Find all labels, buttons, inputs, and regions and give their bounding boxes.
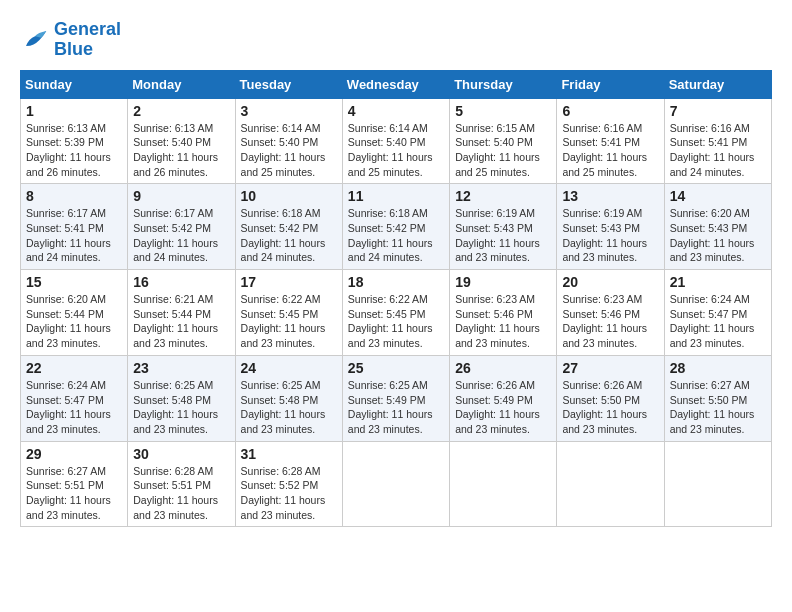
calendar-cell: 26 Sunrise: 6:26 AMSunset: 5:49 PMDaylig… bbox=[450, 355, 557, 441]
calendar-week-row: 15 Sunrise: 6:20 AMSunset: 5:44 PMDaylig… bbox=[21, 270, 772, 356]
calendar-week-row: 8 Sunrise: 6:17 AMSunset: 5:41 PMDayligh… bbox=[21, 184, 772, 270]
calendar-cell: 31 Sunrise: 6:28 AMSunset: 5:52 PMDaylig… bbox=[235, 441, 342, 527]
calendar-cell: 5 Sunrise: 6:15 AMSunset: 5:40 PMDayligh… bbox=[450, 98, 557, 184]
day-info: Sunrise: 6:19 AMSunset: 5:43 PMDaylight:… bbox=[562, 207, 647, 263]
calendar-cell: 20 Sunrise: 6:23 AMSunset: 5:46 PMDaylig… bbox=[557, 270, 664, 356]
day-number: 22 bbox=[26, 360, 122, 376]
day-number: 25 bbox=[348, 360, 444, 376]
calendar-cell bbox=[342, 441, 449, 527]
day-info: Sunrise: 6:28 AMSunset: 5:52 PMDaylight:… bbox=[241, 465, 326, 521]
day-number: 27 bbox=[562, 360, 658, 376]
weekday-header: Wednesday bbox=[342, 70, 449, 98]
day-number: 9 bbox=[133, 188, 229, 204]
day-info: Sunrise: 6:22 AMSunset: 5:45 PMDaylight:… bbox=[348, 293, 433, 349]
day-info: Sunrise: 6:26 AMSunset: 5:50 PMDaylight:… bbox=[562, 379, 647, 435]
calendar-cell: 3 Sunrise: 6:14 AMSunset: 5:40 PMDayligh… bbox=[235, 98, 342, 184]
calendar-cell bbox=[450, 441, 557, 527]
day-number: 29 bbox=[26, 446, 122, 462]
weekday-header: Friday bbox=[557, 70, 664, 98]
day-info: Sunrise: 6:13 AMSunset: 5:40 PMDaylight:… bbox=[133, 122, 218, 178]
calendar-table: SundayMondayTuesdayWednesdayThursdayFrid… bbox=[20, 70, 772, 528]
calendar-week-row: 1 Sunrise: 6:13 AMSunset: 5:39 PMDayligh… bbox=[21, 98, 772, 184]
calendar-cell: 9 Sunrise: 6:17 AMSunset: 5:42 PMDayligh… bbox=[128, 184, 235, 270]
calendar-cell: 16 Sunrise: 6:21 AMSunset: 5:44 PMDaylig… bbox=[128, 270, 235, 356]
day-info: Sunrise: 6:20 AMSunset: 5:43 PMDaylight:… bbox=[670, 207, 755, 263]
calendar-cell bbox=[557, 441, 664, 527]
day-number: 26 bbox=[455, 360, 551, 376]
calendar-cell: 1 Sunrise: 6:13 AMSunset: 5:39 PMDayligh… bbox=[21, 98, 128, 184]
calendar-week-row: 22 Sunrise: 6:24 AMSunset: 5:47 PMDaylig… bbox=[21, 355, 772, 441]
calendar-cell: 30 Sunrise: 6:28 AMSunset: 5:51 PMDaylig… bbox=[128, 441, 235, 527]
day-info: Sunrise: 6:16 AMSunset: 5:41 PMDaylight:… bbox=[562, 122, 647, 178]
calendar-cell: 11 Sunrise: 6:18 AMSunset: 5:42 PMDaylig… bbox=[342, 184, 449, 270]
day-info: Sunrise: 6:27 AMSunset: 5:51 PMDaylight:… bbox=[26, 465, 111, 521]
calendar-cell: 23 Sunrise: 6:25 AMSunset: 5:48 PMDaylig… bbox=[128, 355, 235, 441]
calendar-cell: 13 Sunrise: 6:19 AMSunset: 5:43 PMDaylig… bbox=[557, 184, 664, 270]
day-number: 15 bbox=[26, 274, 122, 290]
calendar-cell: 14 Sunrise: 6:20 AMSunset: 5:43 PMDaylig… bbox=[664, 184, 771, 270]
weekday-header: Monday bbox=[128, 70, 235, 98]
day-number: 4 bbox=[348, 103, 444, 119]
day-info: Sunrise: 6:13 AMSunset: 5:39 PMDaylight:… bbox=[26, 122, 111, 178]
day-number: 30 bbox=[133, 446, 229, 462]
day-info: Sunrise: 6:17 AMSunset: 5:41 PMDaylight:… bbox=[26, 207, 111, 263]
calendar-cell: 8 Sunrise: 6:17 AMSunset: 5:41 PMDayligh… bbox=[21, 184, 128, 270]
weekday-header: Thursday bbox=[450, 70, 557, 98]
calendar-cell: 24 Sunrise: 6:25 AMSunset: 5:48 PMDaylig… bbox=[235, 355, 342, 441]
day-info: Sunrise: 6:20 AMSunset: 5:44 PMDaylight:… bbox=[26, 293, 111, 349]
calendar-cell: 18 Sunrise: 6:22 AMSunset: 5:45 PMDaylig… bbox=[342, 270, 449, 356]
day-info: Sunrise: 6:16 AMSunset: 5:41 PMDaylight:… bbox=[670, 122, 755, 178]
day-number: 19 bbox=[455, 274, 551, 290]
day-number: 6 bbox=[562, 103, 658, 119]
day-number: 21 bbox=[670, 274, 766, 290]
day-info: Sunrise: 6:21 AMSunset: 5:44 PMDaylight:… bbox=[133, 293, 218, 349]
day-number: 28 bbox=[670, 360, 766, 376]
logo-icon bbox=[20, 25, 50, 55]
day-number: 2 bbox=[133, 103, 229, 119]
calendar-cell: 19 Sunrise: 6:23 AMSunset: 5:46 PMDaylig… bbox=[450, 270, 557, 356]
header: General Blue bbox=[20, 20, 772, 60]
day-number: 23 bbox=[133, 360, 229, 376]
day-info: Sunrise: 6:25 AMSunset: 5:48 PMDaylight:… bbox=[133, 379, 218, 435]
day-info: Sunrise: 6:28 AMSunset: 5:51 PMDaylight:… bbox=[133, 465, 218, 521]
calendar-cell: 25 Sunrise: 6:25 AMSunset: 5:49 PMDaylig… bbox=[342, 355, 449, 441]
calendar-cell: 7 Sunrise: 6:16 AMSunset: 5:41 PMDayligh… bbox=[664, 98, 771, 184]
day-info: Sunrise: 6:22 AMSunset: 5:45 PMDaylight:… bbox=[241, 293, 326, 349]
day-info: Sunrise: 6:24 AMSunset: 5:47 PMDaylight:… bbox=[26, 379, 111, 435]
day-number: 16 bbox=[133, 274, 229, 290]
day-info: Sunrise: 6:24 AMSunset: 5:47 PMDaylight:… bbox=[670, 293, 755, 349]
day-number: 24 bbox=[241, 360, 337, 376]
day-info: Sunrise: 6:19 AMSunset: 5:43 PMDaylight:… bbox=[455, 207, 540, 263]
day-info: Sunrise: 6:14 AMSunset: 5:40 PMDaylight:… bbox=[348, 122, 433, 178]
calendar-week-row: 29 Sunrise: 6:27 AMSunset: 5:51 PMDaylig… bbox=[21, 441, 772, 527]
logo-text-line2: Blue bbox=[54, 40, 121, 60]
day-number: 8 bbox=[26, 188, 122, 204]
calendar-header-row: SundayMondayTuesdayWednesdayThursdayFrid… bbox=[21, 70, 772, 98]
day-info: Sunrise: 6:23 AMSunset: 5:46 PMDaylight:… bbox=[455, 293, 540, 349]
weekday-header: Sunday bbox=[21, 70, 128, 98]
weekday-header: Saturday bbox=[664, 70, 771, 98]
logo-text-line1: General bbox=[54, 20, 121, 40]
calendar-cell: 17 Sunrise: 6:22 AMSunset: 5:45 PMDaylig… bbox=[235, 270, 342, 356]
calendar-cell: 12 Sunrise: 6:19 AMSunset: 5:43 PMDaylig… bbox=[450, 184, 557, 270]
day-number: 7 bbox=[670, 103, 766, 119]
calendar-cell: 27 Sunrise: 6:26 AMSunset: 5:50 PMDaylig… bbox=[557, 355, 664, 441]
calendar-cell: 6 Sunrise: 6:16 AMSunset: 5:41 PMDayligh… bbox=[557, 98, 664, 184]
calendar-cell: 2 Sunrise: 6:13 AMSunset: 5:40 PMDayligh… bbox=[128, 98, 235, 184]
day-info: Sunrise: 6:15 AMSunset: 5:40 PMDaylight:… bbox=[455, 122, 540, 178]
day-info: Sunrise: 6:18 AMSunset: 5:42 PMDaylight:… bbox=[241, 207, 326, 263]
day-info: Sunrise: 6:25 AMSunset: 5:48 PMDaylight:… bbox=[241, 379, 326, 435]
day-number: 12 bbox=[455, 188, 551, 204]
day-info: Sunrise: 6:17 AMSunset: 5:42 PMDaylight:… bbox=[133, 207, 218, 263]
day-number: 17 bbox=[241, 274, 337, 290]
day-number: 10 bbox=[241, 188, 337, 204]
day-number: 3 bbox=[241, 103, 337, 119]
calendar-cell bbox=[664, 441, 771, 527]
weekday-header: Tuesday bbox=[235, 70, 342, 98]
day-info: Sunrise: 6:18 AMSunset: 5:42 PMDaylight:… bbox=[348, 207, 433, 263]
day-number: 11 bbox=[348, 188, 444, 204]
calendar-cell: 10 Sunrise: 6:18 AMSunset: 5:42 PMDaylig… bbox=[235, 184, 342, 270]
day-number: 31 bbox=[241, 446, 337, 462]
calendar-cell: 29 Sunrise: 6:27 AMSunset: 5:51 PMDaylig… bbox=[21, 441, 128, 527]
calendar-cell: 15 Sunrise: 6:20 AMSunset: 5:44 PMDaylig… bbox=[21, 270, 128, 356]
